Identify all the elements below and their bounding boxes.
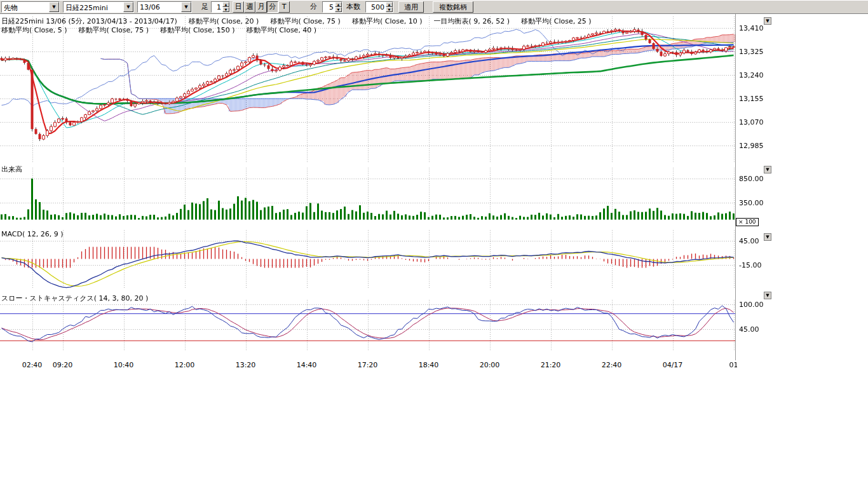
time-axis-label: 13:20	[236, 361, 256, 369]
axis-tick-label: 45.00	[739, 237, 759, 245]
dropdown-arrow-icon[interactable]: ▼	[181, 2, 191, 12]
legend-item: 一目均衡表( 9, 26, 52 )	[433, 17, 510, 25]
contract-month-dropdown[interactable]: 13/06 ▼	[137, 1, 192, 13]
axis-tick-label: 350.00	[739, 199, 764, 207]
bar-count-spinner[interactable]: 500 ▲▼	[365, 1, 393, 13]
minutes-value: 5	[323, 2, 335, 12]
spin-down-icon[interactable]: ▼	[386, 7, 393, 12]
period-button-分[interactable]: 分	[267, 1, 278, 13]
legend-item: 移動平均( Close, 150 )	[160, 26, 235, 34]
time-axis-label: 18:40	[419, 361, 439, 369]
price-pane-arrow[interactable]: ▼	[764, 17, 771, 25]
axis-tick-label: 850.00	[739, 175, 764, 183]
time-axis-label: 17:20	[358, 361, 378, 369]
stoch-pane-arrow[interactable]: ▼	[764, 292, 771, 299]
spin-up-icon[interactable]: ▲	[386, 2, 393, 7]
minutes-spinner[interactable]: 5 ▲▼	[322, 1, 342, 13]
time-axis-label: 01	[729, 361, 738, 369]
chart-canvas[interactable]	[0, 14, 737, 360]
instrument-type-dropdown[interactable]: 先物 ▼	[1, 1, 60, 13]
minute-label: 分	[310, 1, 317, 13]
axis-tick-label: 100.00	[739, 301, 764, 309]
spin-up-icon[interactable]: ▲	[335, 2, 342, 7]
spinner-buttons[interactable]: ▲▼	[386, 2, 393, 12]
volume-multiplier-badge: × 100	[736, 218, 759, 226]
time-axis-label: 10:40	[114, 361, 134, 369]
macd-pane-arrow[interactable]: ▼	[764, 233, 771, 241]
period-button-T[interactable]: T	[278, 1, 290, 13]
spin-down-icon[interactable]: ▼	[222, 7, 229, 12]
symbol-value: 日経225mini	[64, 2, 123, 12]
spinner-buttons[interactable]: ▲▼	[335, 2, 342, 12]
period-button-月[interactable]: 月	[255, 1, 267, 13]
time-axis-label: 21:20	[541, 361, 561, 369]
period-button-日[interactable]: 日	[233, 1, 244, 13]
bar-multiplier-spinner[interactable]: 1 ▲▼	[211, 1, 230, 13]
axis-tick-label: 13,240	[739, 71, 764, 79]
dropdown-arrow-icon[interactable]: ▼	[123, 2, 133, 12]
spin-down-icon[interactable]: ▼	[335, 7, 342, 12]
toolbar: 先物 ▼ 日経225mini ▼ 13/06 ▼ 足 1 ▲▼ 日週月分T 分 …	[0, 0, 868, 14]
instrument-type-value: 先物	[2, 2, 49, 12]
time-axis-label: 12:00	[175, 361, 195, 369]
legend-item: 移動平均( Close, 25 )	[521, 17, 592, 25]
period-button-週[interactable]: 週	[244, 1, 255, 13]
legend-item: 移動平均( Close, 75 )	[79, 26, 149, 34]
bar-type-label: 足	[201, 1, 208, 13]
axis-tick-label: 12,985	[739, 142, 764, 150]
macd-panel-label: MACD( 12, 26, 9 )	[1, 230, 64, 238]
time-axis-label: 22:40	[602, 361, 622, 369]
chart-app-window: 先物 ▼ 日経225mini ▼ 13/06 ▼ 足 1 ▲▼ 日週月分T 分 …	[0, 0, 868, 488]
legend-item: 移動平均( Close, 10 )	[352, 17, 423, 25]
time-axis-label: 14:40	[297, 361, 317, 369]
axis-tick-label: 45.00	[739, 325, 759, 334]
dropdown-arrow-icon[interactable]: ▼	[49, 2, 59, 12]
chart-area: 日経225mini 13/06 (5分, 2013/04/13 - 2013/0…	[0, 14, 868, 372]
axis-tick-label: 13,325	[739, 48, 764, 56]
volume-panel-label: 出来高	[1, 165, 22, 174]
legend-item: 移動平均( Close, 20 )	[189, 17, 259, 25]
price-axis: 13,41013,32513,24013,15513,07012,985850.…	[738, 14, 770, 372]
spinner-buttons[interactable]: ▲▼	[222, 2, 229, 12]
apply-button[interactable]: 適用	[398, 1, 424, 13]
legend-item: 日経225mini 13/06 (5分, 2013/04/13 - 2013/0…	[1, 17, 177, 25]
time-axis: 02:4009:2010:4012:0013:2014:4017:2018:40…	[0, 360, 737, 372]
legend-item: 移動平均( Close, 40 )	[247, 26, 317, 34]
period-button-group: 日週月分T	[233, 1, 290, 13]
legend-item: 移動平均( Close, 5 )	[1, 26, 67, 34]
time-axis-label: 09:20	[53, 361, 73, 369]
time-axis-label: 02:40	[22, 361, 43, 369]
spin-up-icon[interactable]: ▲	[222, 2, 229, 7]
axis-tick-label: 13,410	[739, 24, 764, 32]
time-axis-label: 20:00	[480, 361, 500, 369]
symbol-dropdown[interactable]: 日経225mini ▼	[63, 1, 134, 13]
axis-tick-label: -15.00	[739, 261, 761, 269]
bar-count-label: 本数	[346, 1, 360, 13]
contract-month-value: 13/06	[138, 2, 181, 12]
multi-symbol-button[interactable]: 複数銘柄	[433, 1, 473, 13]
legend-item: 移動平均( Close, 75 )	[270, 17, 341, 25]
indicator-legend-row-2: 移動平均( Close, 5 )移動平均( Close, 75 )移動平均( C…	[1, 25, 328, 35]
bar-count-value: 500	[366, 2, 386, 12]
bar-multiplier-value: 1	[212, 2, 222, 12]
volume-pane-arrow[interactable]: ▼	[764, 166, 771, 173]
indicator-legend-row-1: 日経225mini 13/06 (5分, 2013/04/13 - 2013/0…	[1, 17, 603, 26]
stoch-panel-label: スロー・ストキャスティクス( 14, 3, 80, 20 )	[1, 294, 148, 303]
axis-tick-label: 13,155	[739, 95, 764, 103]
time-axis-label: 04/17	[663, 361, 683, 369]
axis-tick-label: 13,070	[739, 118, 764, 126]
